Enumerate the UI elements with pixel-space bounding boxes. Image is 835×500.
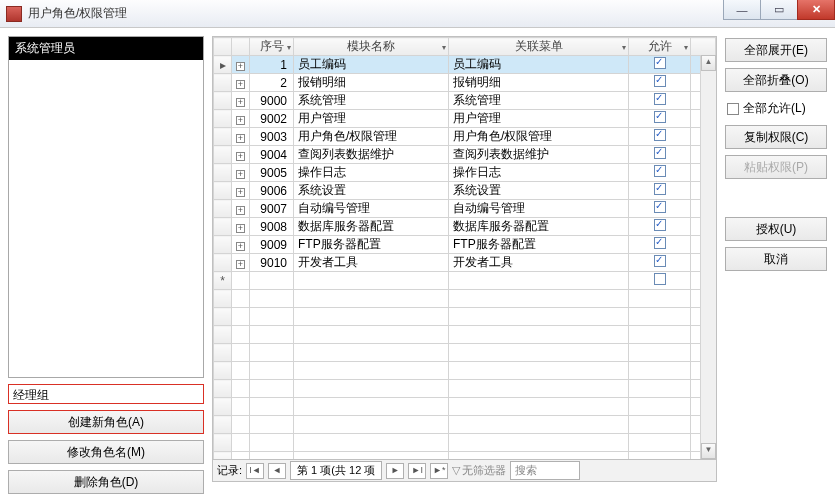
expand-all-button[interactable]: 全部展开(E) <box>725 38 827 62</box>
table-row[interactable]: +2报销明细报销明细 <box>214 74 716 92</box>
module-cell[interactable]: 数据库服务器配置 <box>294 218 449 236</box>
allow-cell[interactable] <box>629 56 691 74</box>
record-selector[interactable] <box>214 74 232 92</box>
record-selector[interactable] <box>214 146 232 164</box>
nav-last-button[interactable]: ►I <box>408 463 426 479</box>
maximize-button[interactable]: ▭ <box>760 0 798 20</box>
authorize-button[interactable]: 授权(U) <box>725 217 827 241</box>
seq-cell[interactable]: 9007 <box>250 200 294 218</box>
table-row[interactable]: +9003用户角色/权限管理用户角色/权限管理 <box>214 128 716 146</box>
seq-header[interactable]: 序号▾ <box>250 38 294 56</box>
record-selector[interactable] <box>214 110 232 128</box>
vertical-scrollbar[interactable]: ▲ ▼ <box>700 55 716 459</box>
module-header[interactable]: 模块名称▾ <box>294 38 449 56</box>
seq-cell[interactable]: 9003 <box>250 128 294 146</box>
module-cell[interactable]: 查阅列表数据维护 <box>294 146 449 164</box>
allow-cell[interactable] <box>629 146 691 164</box>
menu-cell[interactable]: 报销明细 <box>449 74 629 92</box>
menu-header[interactable]: 关联菜单▾ <box>449 38 629 56</box>
minimize-button[interactable]: — <box>723 0 761 20</box>
seq-cell[interactable]: 9002 <box>250 110 294 128</box>
allow-cell[interactable] <box>629 236 691 254</box>
seq-cell[interactable]: 9008 <box>250 218 294 236</box>
module-cell[interactable]: 操作日志 <box>294 164 449 182</box>
module-cell[interactable]: 开发者工具 <box>294 254 449 272</box>
nav-position[interactable]: 第 1 项(共 12 项 <box>290 461 382 480</box>
record-selector[interactable] <box>214 128 232 146</box>
copy-permissions-button[interactable]: 复制权限(C) <box>725 125 827 149</box>
expand-cell[interactable]: + <box>232 146 250 164</box>
menu-cell[interactable]: 员工编码 <box>449 56 629 74</box>
expand-cell[interactable]: + <box>232 92 250 110</box>
menu-cell[interactable]: FTP服务器配置 <box>449 236 629 254</box>
menu-cell[interactable]: 查阅列表数据维护 <box>449 146 629 164</box>
module-cell[interactable]: 用户管理 <box>294 110 449 128</box>
module-cell[interactable]: 系统管理 <box>294 92 449 110</box>
expand-cell[interactable]: + <box>232 56 250 74</box>
permissions-grid[interactable]: 序号▾ 模块名称▾ 关联菜单▾ 允许▾ ▸+1员工编码员工编码+2报销明细报销明… <box>213 37 716 459</box>
record-selector[interactable] <box>214 182 232 200</box>
record-selector[interactable] <box>214 236 232 254</box>
module-cell[interactable]: 系统设置 <box>294 182 449 200</box>
record-selector[interactable] <box>214 218 232 236</box>
nav-next-button[interactable]: ► <box>386 463 404 479</box>
nav-prev-button[interactable]: ◄ <box>268 463 286 479</box>
expand-cell[interactable]: + <box>232 74 250 92</box>
allow-all-checkbox[interactable]: 全部允许(L) <box>725 98 827 119</box>
table-row[interactable]: +9010开发者工具开发者工具 <box>214 254 716 272</box>
expand-cell[interactable]: + <box>232 110 250 128</box>
expand-cell[interactable]: + <box>232 182 250 200</box>
role-name-input[interactable]: 经理组 <box>8 384 204 404</box>
module-cell[interactable]: 报销明细 <box>294 74 449 92</box>
expand-cell[interactable]: + <box>232 164 250 182</box>
expand-cell[interactable]: + <box>232 218 250 236</box>
scroll-down-button[interactable]: ▼ <box>701 443 716 459</box>
table-row[interactable]: +9000系统管理系统管理 <box>214 92 716 110</box>
seq-cell[interactable]: 1 <box>250 56 294 74</box>
create-role-button[interactable]: 创建新角色(A) <box>8 410 204 434</box>
record-selector[interactable] <box>214 164 232 182</box>
rename-role-button[interactable]: 修改角色名(M) <box>8 440 204 464</box>
expand-cell[interactable]: + <box>232 128 250 146</box>
seq-cell[interactable]: 9004 <box>250 146 294 164</box>
menu-cell[interactable]: 开发者工具 <box>449 254 629 272</box>
expand-cell[interactable]: + <box>232 236 250 254</box>
role-list-selected[interactable]: 系统管理员 <box>9 37 203 60</box>
expand-header[interactable] <box>232 38 250 56</box>
record-selector[interactable] <box>214 92 232 110</box>
allow-cell[interactable] <box>629 74 691 92</box>
allow-cell[interactable] <box>629 92 691 110</box>
allow-cell[interactable] <box>629 218 691 236</box>
nav-filter[interactable]: ▽ 无筛选器 <box>452 463 506 478</box>
menu-cell[interactable]: 自动编号管理 <box>449 200 629 218</box>
menu-cell[interactable]: 系统设置 <box>449 182 629 200</box>
nav-search-input[interactable]: 搜索 <box>510 461 580 480</box>
table-row[interactable]: +9009FTP服务器配置FTP服务器配置 <box>214 236 716 254</box>
seq-cell[interactable]: 9005 <box>250 164 294 182</box>
menu-cell[interactable]: 系统管理 <box>449 92 629 110</box>
table-row[interactable]: +9002用户管理用户管理 <box>214 110 716 128</box>
cancel-button[interactable]: 取消 <box>725 247 827 271</box>
seq-cell[interactable]: 9010 <box>250 254 294 272</box>
record-selector[interactable] <box>214 254 232 272</box>
collapse-all-button[interactable]: 全部折叠(O) <box>725 68 827 92</box>
expand-cell[interactable]: + <box>232 254 250 272</box>
table-row[interactable]: +9005操作日志操作日志 <box>214 164 716 182</box>
record-selector[interactable]: ▸ <box>214 56 232 74</box>
new-record-row[interactable]: * <box>214 272 716 290</box>
seq-cell[interactable]: 9006 <box>250 182 294 200</box>
allow-header[interactable]: 允许▾ <box>629 38 691 56</box>
expand-cell[interactable]: + <box>232 200 250 218</box>
close-button[interactable]: ✕ <box>797 0 835 20</box>
allow-cell[interactable] <box>629 128 691 146</box>
paste-permissions-button[interactable]: 粘贴权限(P) <box>725 155 827 179</box>
record-selector-header[interactable] <box>214 38 232 56</box>
module-cell[interactable]: FTP服务器配置 <box>294 236 449 254</box>
delete-role-button[interactable]: 删除角色(D) <box>8 470 204 494</box>
seq-cell[interactable]: 9009 <box>250 236 294 254</box>
allow-cell[interactable] <box>629 110 691 128</box>
role-list[interactable]: 系统管理员 <box>8 36 204 378</box>
allow-cell[interactable] <box>629 182 691 200</box>
allow-cell[interactable] <box>629 164 691 182</box>
table-row[interactable]: +9006系统设置系统设置 <box>214 182 716 200</box>
